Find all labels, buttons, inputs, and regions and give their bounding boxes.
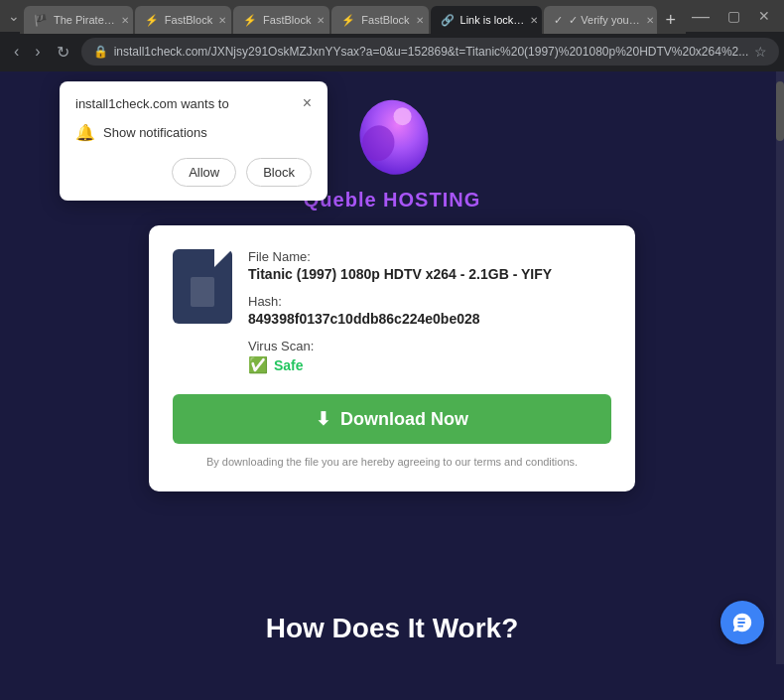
chat-icon (731, 612, 753, 633)
tab-favicon-2: ⚡ (145, 14, 159, 27)
tab-label-4: FastBlock (361, 14, 409, 26)
tab-6[interactable]: ✓ ✓ Verify you… ✕ (544, 6, 657, 34)
card-inner: File Name: Titanic (1997) 1080p HDTV x26… (173, 249, 611, 374)
tab-close-3[interactable]: ✕ (317, 15, 325, 26)
popup-header: install1check.com wants to × (75, 95, 312, 111)
title-bar: ⌄ 🏴 The Pirate… ✕ ⚡ FastBlock ✕ ⚡ FastBl… (0, 0, 784, 32)
allow-button[interactable]: Allow (172, 158, 236, 187)
notification-popup: install1check.com wants to × 🔔 Show noti… (60, 81, 327, 201)
close-button[interactable]: ✕ (752, 8, 776, 24)
download-btn-label: Download Now (340, 409, 468, 430)
download-now-button[interactable]: ⬇ Download Now (173, 394, 611, 444)
file-icon (173, 249, 232, 324)
tab-label-6: ✓ Verify you… (569, 14, 639, 27)
address-bar[interactable]: 🔒 install1check.com/JXNjsy291OskMZJxnYYs… (81, 38, 780, 66)
how-heading: How Does It Work? (266, 613, 519, 644)
popup-close-button[interactable]: × (303, 95, 312, 111)
file-name-label: File Name: (248, 249, 611, 264)
block-button[interactable]: Block (246, 158, 312, 187)
back-button[interactable]: ‹ (10, 41, 23, 63)
browser-chrome: ⌄ 🏴 The Pirate… ✕ ⚡ FastBlock ✕ ⚡ FastBl… (0, 0, 784, 71)
tab-bar: 🏴 The Pirate… ✕ ⚡ FastBlock ✕ ⚡ FastBloc… (20, 0, 686, 34)
download-icon: ⬇ (316, 408, 330, 430)
tab-4[interactable]: ⚡ FastBlock ✕ (331, 6, 428, 34)
forward-button[interactable]: › (31, 41, 44, 63)
download-card: File Name: Titanic (1997) 1080p HDTV x26… (149, 225, 635, 491)
terms-text: By downloading the file you are hereby a… (173, 456, 611, 468)
chat-button[interactable] (720, 601, 764, 644)
popup-title: install1check.com wants to (75, 96, 229, 111)
brand-name: Queble HOSTING (304, 189, 480, 211)
tab-2[interactable]: ⚡ FastBlock ✕ (135, 6, 231, 34)
tab-close-5[interactable]: ✕ (530, 15, 538, 26)
scroll-thumb[interactable] (776, 81, 784, 141)
safe-checkmark-icon: ✅ (248, 355, 268, 374)
hash-label: Hash: (248, 294, 611, 309)
tab-label-2: FastBlock (165, 14, 212, 26)
virus-status: Safe (274, 357, 304, 373)
file-name-value: Titanic (1997) 1080p HDTV x264 - 2.1GB -… (248, 266, 611, 282)
maximize-button[interactable]: ▢ (721, 8, 746, 24)
tab-favicon-6: ✓ (554, 14, 563, 27)
scrollbar[interactable] (776, 71, 784, 664)
tab-favicon-1: 🏴 (34, 14, 48, 27)
brand-logo (347, 91, 437, 181)
brand-area: Queble HOSTING (304, 91, 480, 211)
tab-favicon-5: 🔗 (441, 14, 455, 27)
tab-favicon-4: ⚡ (341, 14, 355, 27)
file-icon-inner (191, 277, 214, 307)
hash-value: 849398f0137c10ddb86c224e0be028 (248, 311, 611, 327)
notification-text: Show notifications (103, 125, 207, 140)
tab-label-5: Link is lock… (460, 14, 525, 26)
new-tab-button[interactable]: + (659, 6, 682, 34)
tab-favicon-3: ⚡ (243, 14, 257, 27)
file-info: File Name: Titanic (1997) 1080p HDTV x26… (248, 249, 611, 374)
minimize-button[interactable]: — (686, 6, 716, 27)
address-bar-row: ‹ › ↻ 🔒 install1check.com/JXNjsy291OskMZ… (0, 32, 784, 71)
tab-1[interactable]: 🏴 The Pirate… ✕ (24, 6, 133, 34)
virus-scan-label: Virus Scan: (248, 339, 611, 353)
window-controls: — ▢ ✕ (686, 6, 776, 27)
tab-label-3: FastBlock (263, 14, 311, 26)
bookmark-icon[interactable]: ☆ (754, 44, 767, 60)
popup-buttons: Allow Block (75, 158, 312, 187)
page-content: rj! install1check.com wants to × 🔔 Show … (0, 71, 784, 664)
tab-5[interactable]: 🔗 Link is lock… ✕ (431, 6, 543, 34)
tab-label-1: The Pirate… (54, 14, 115, 26)
tab-3[interactable]: ⚡ FastBlock ✕ (233, 6, 329, 34)
bell-icon: 🔔 (75, 123, 95, 142)
svg-point-2 (394, 107, 412, 125)
virus-scan-row: ✅ Safe (248, 355, 611, 374)
tab-close-6[interactable]: ✕ (646, 15, 654, 26)
tab-close-1[interactable]: ✕ (121, 15, 129, 26)
address-text: install1check.com/JXNjsy291OskMZJxnYYsax… (114, 45, 749, 59)
popup-notification-row: 🔔 Show notifications (75, 123, 312, 142)
refresh-button[interactable]: ↻ (53, 41, 73, 64)
lock-icon: 🔒 (93, 45, 108, 59)
tab-close-4[interactable]: ✕ (416, 15, 424, 26)
tab-close-2[interactable]: ✕ (218, 15, 226, 26)
tab-list-icon[interactable]: ⌄ (8, 8, 20, 24)
file-icon-wrapper (173, 249, 232, 374)
